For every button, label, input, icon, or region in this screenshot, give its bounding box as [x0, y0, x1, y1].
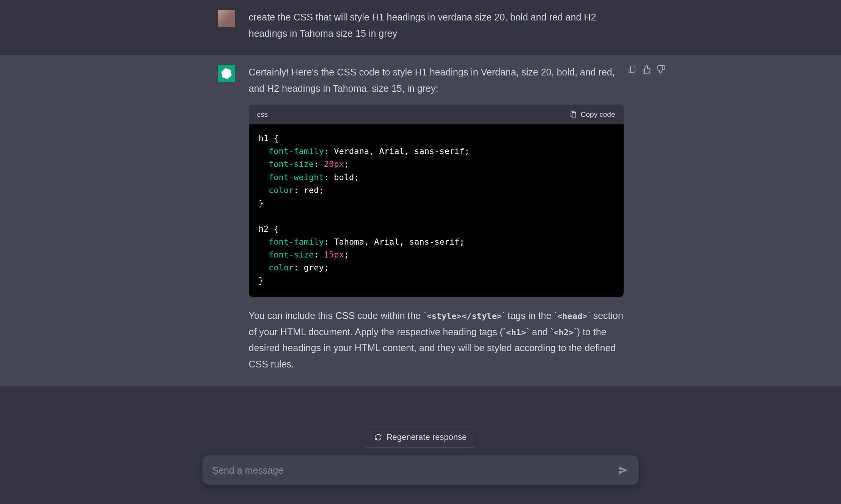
- inline-code-style: <style></style>: [426, 311, 502, 321]
- assistant-avatar: [218, 65, 235, 82]
- send-icon[interactable]: [618, 465, 629, 476]
- code-block: css Copy code h1 { font-family: Verdana,…: [249, 105, 624, 297]
- svg-rect-1: [630, 66, 635, 72]
- clipboard-icon: [570, 111, 577, 118]
- user-message-row: create the CSS that will style H1 headin…: [0, 0, 841, 55]
- svg-rect-0: [572, 112, 576, 117]
- message-input[interactable]: [212, 465, 618, 476]
- inline-code-h1: <h1>: [506, 328, 526, 337]
- user-avatar: [218, 10, 235, 27]
- user-message-text: create the CSS that will style H1 headin…: [249, 9, 624, 41]
- regenerate-button[interactable]: Regenerate response: [366, 427, 476, 448]
- code-body[interactable]: h1 { font-family: Verdana, Arial, sans-s…: [249, 124, 624, 297]
- assistant-outro-text: You can include this CSS code within the…: [249, 308, 624, 372]
- inline-code-h2: <h2>: [553, 328, 574, 337]
- clipboard-icon[interactable]: [627, 65, 637, 74]
- message-input-container[interactable]: [203, 455, 639, 485]
- copy-code-button[interactable]: Copy code: [570, 108, 615, 121]
- copy-code-label: Copy code: [581, 108, 615, 121]
- bottom-bar: Regenerate response: [0, 415, 841, 504]
- inline-code-head: <head>: [557, 311, 587, 321]
- assistant-message-row: Certainly! Here's the CSS code to style …: [0, 55, 841, 386]
- message-actions: [627, 65, 665, 74]
- thumbs-up-icon[interactable]: [642, 65, 651, 74]
- regenerate-label: Regenerate response: [387, 432, 467, 442]
- code-language-label: css: [257, 108, 268, 121]
- refresh-icon: [374, 433, 382, 441]
- conversation: create the CSS that will style H1 headin…: [0, 0, 841, 386]
- thumbs-down-icon[interactable]: [656, 65, 665, 74]
- assistant-intro-text: Certainly! Here's the CSS code to style …: [249, 64, 624, 96]
